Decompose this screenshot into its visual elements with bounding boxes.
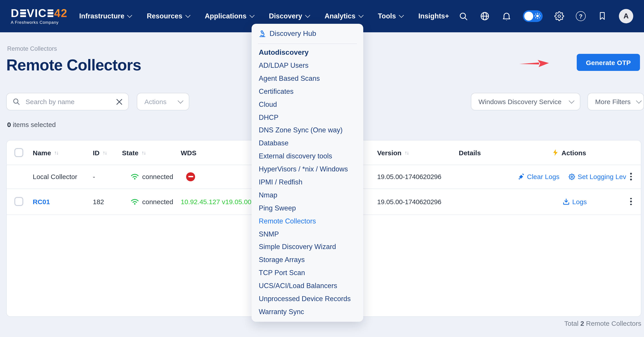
menu-item-unprocessed-device-records[interactable]: Unprocessed Device Records (252, 292, 363, 305)
wds-blocked-icon (186, 172, 195, 181)
column-header-state[interactable]: State↑↓ (122, 140, 146, 165)
set-logging-level-action[interactable]: Set Logging Lev (569, 165, 626, 188)
menu-item-certificates[interactable]: Certificates (252, 85, 363, 98)
menu-item-agent-based-scans[interactable]: Agent Based Scans (252, 72, 363, 85)
collector-id: - (93, 165, 95, 188)
page-title: Remote Collectors (6, 56, 141, 74)
nav-tools[interactable]: Tools (378, 12, 403, 20)
sort-icon[interactable]: ↑↓ (404, 150, 408, 155)
sort-icon[interactable]: ↑↓ (103, 150, 107, 155)
total-prefix: Total (564, 319, 580, 327)
kebab-menu-icon[interactable] (628, 171, 634, 182)
breadcrumb: Remote Collectors (7, 45, 57, 52)
logo-letter-d: D (11, 8, 19, 19)
nav-insights-plus[interactable]: Insights+ (418, 12, 449, 20)
actions-dropdown[interactable]: Actions (137, 93, 189, 110)
nav-analytics[interactable]: Analytics (324, 12, 362, 20)
generate-otp-button[interactable]: Generate OTP (577, 54, 640, 71)
version-cell: 19.05.00-1740620296 (377, 188, 441, 214)
version-cell: 19.05.00-1740620296 (377, 165, 441, 188)
brand-logo[interactable]: DVIC42 A Freshworks Company (11, 8, 68, 25)
chevron-down-icon (358, 13, 364, 18)
sort-icon[interactable]: ↑↓ (142, 150, 146, 155)
menu-item-dns-zone-sync[interactable]: DNS Zone Sync (One way) (252, 124, 363, 137)
chevron-down-icon (636, 98, 642, 103)
gear-icon[interactable] (554, 11, 564, 21)
collector-name: Local Collector (33, 165, 77, 188)
menu-item-ucs-aci-load-balancers[interactable]: UCS/ACI/Load Balancers (252, 279, 363, 292)
menu-item-cloud[interactable]: Cloud (252, 98, 363, 111)
selected-suffix: items selected (11, 121, 56, 128)
header-label: ID (93, 149, 100, 156)
menu-item-ping-sweep[interactable]: Ping Sweep (252, 202, 363, 215)
nav-resources[interactable]: Resources (147, 12, 190, 20)
column-header-name[interactable]: Name↑↓ (33, 140, 58, 165)
search-icon[interactable] (458, 11, 468, 21)
column-header-wds: WDS (181, 140, 196, 165)
clear-logs-action[interactable]: Clear Logs (518, 165, 560, 188)
clear-search-icon[interactable] (110, 99, 122, 105)
wifi-connected-icon (130, 198, 139, 205)
select-all-checkbox[interactable] (14, 148, 23, 157)
menu-item-snmp[interactable]: SNMP (252, 228, 363, 241)
logs-label: Logs (572, 198, 587, 205)
nav-label: Insights+ (418, 12, 449, 20)
menu-item-storage-arrays[interactable]: Storage Arrays (252, 254, 363, 267)
theme-toggle[interactable] (523, 10, 543, 22)
header-label: Name (33, 149, 51, 156)
row-menu[interactable] (628, 188, 634, 214)
search-input[interactable] (25, 97, 110, 106)
menu-section-autodiscovery: Autodiscovery (252, 46, 363, 59)
menu-item-external-discovery-tools[interactable]: External discovery tools (252, 150, 363, 163)
sort-icon[interactable]: ↑↓ (54, 150, 58, 155)
menu-item-hypervisors-nix-windows[interactable]: HyperVisors / *nix / Windows (252, 163, 363, 176)
windows-discovery-service-filter[interactable]: Windows Discovery Service (471, 93, 580, 110)
nav-discovery[interactable]: Discovery (269, 12, 309, 20)
menu-item-nmap[interactable]: Nmap (252, 189, 363, 202)
state-cell: connected (130, 165, 173, 188)
download-icon (563, 198, 570, 205)
help-icon[interactable]: ? (576, 11, 586, 21)
download-logs-action[interactable]: Logs (563, 188, 587, 214)
header-label: Actions (562, 149, 586, 156)
kebab-menu-icon[interactable] (628, 196, 634, 207)
wds-ip-version: 10.92.45.127 v19.05.00. (181, 188, 254, 214)
brush-icon (518, 173, 524, 180)
bookmark-icon[interactable] (597, 11, 607, 21)
menu-item-warranty-sync[interactable]: Warranty Sync (252, 305, 363, 318)
column-header-version[interactable]: Version↑↓ (377, 140, 408, 165)
navbar-icons: ? A (458, 9, 644, 23)
avatar[interactable]: A (619, 9, 633, 23)
nav-applications[interactable]: Applications (205, 12, 254, 20)
menu-item-remote-collectors[interactable]: Remote Collectors (252, 215, 363, 228)
menu-list: AD/LDAP Users Agent Based Scans Certific… (252, 59, 363, 318)
menu-divider (258, 44, 357, 44)
column-header-id[interactable]: ID↑↓ (93, 140, 107, 165)
chevron-down-icon (305, 13, 310, 18)
menu-item-tcp-port-scan[interactable]: TCP Port Scan (252, 267, 363, 280)
bell-icon[interactable] (502, 11, 511, 21)
discovery-hub-label: Discovery Hub (270, 30, 316, 38)
more-filters-dropdown[interactable]: More Filters (588, 93, 644, 110)
row-checkbox[interactable] (14, 197, 23, 206)
menu-item-database[interactable]: Database (252, 137, 363, 150)
chevron-down-icon (399, 13, 404, 18)
menu-item-simple-discovery-wizard[interactable]: Simple Discovery Wizard (252, 241, 363, 254)
state-label: connected (142, 173, 173, 180)
globe-icon[interactable] (480, 11, 490, 21)
menu-item-discovery-hub[interactable]: Discovery Hub (252, 24, 363, 44)
nav-infrastructure[interactable]: Infrastructure (79, 12, 132, 20)
chevron-down-icon (569, 98, 574, 103)
menu-item-ipmi-redfish[interactable]: IPMI / Redfish (252, 176, 363, 189)
main-nav: Infrastructure Resources Applications Di… (79, 12, 449, 20)
gear-icon (569, 173, 575, 180)
row-menu[interactable] (628, 165, 634, 188)
menu-item-ad-ldap-users[interactable]: AD/LDAP Users (252, 59, 363, 72)
collector-name-link[interactable]: RC01 (33, 188, 50, 214)
menu-item-dhcp[interactable]: DHCP (252, 111, 363, 124)
avatar-initial: A (623, 12, 628, 20)
toggle-knob (524, 12, 533, 21)
nav-label: Discovery (269, 12, 302, 20)
search-icon (12, 98, 20, 105)
logo-42: 42 (54, 8, 68, 19)
